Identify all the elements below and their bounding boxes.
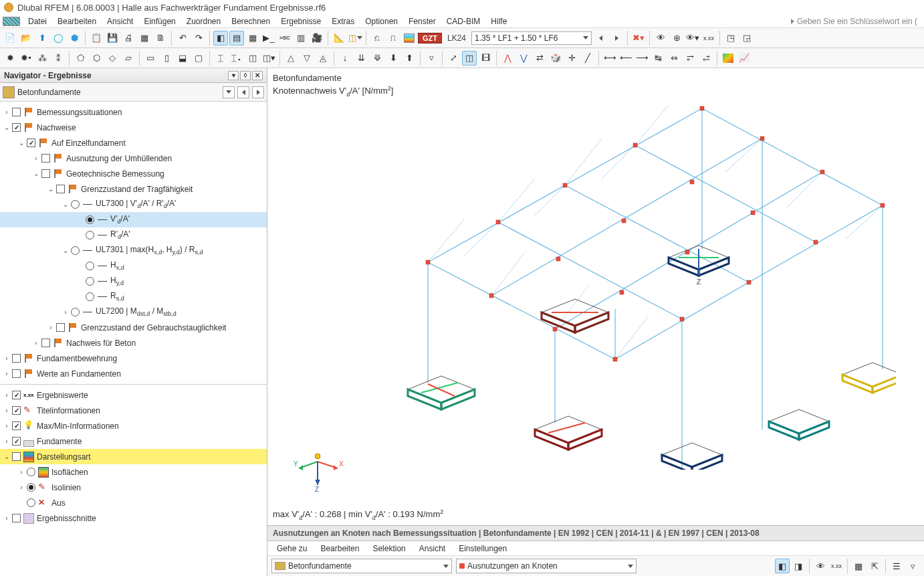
print-icon[interactable]: 🖨 (121, 31, 136, 45)
h5-icon[interactable]: ⇔ (667, 51, 681, 66)
link-split-icon[interactable]: ⎌ (370, 31, 384, 45)
menu-datei[interactable]: Datei (23, 15, 52, 27)
menu-cadbim[interactable]: CAD-BIM (441, 15, 486, 27)
menu-berechnen[interactable]: Berechnen (226, 15, 275, 27)
doc-icon[interactable]: 🗎 (153, 31, 168, 45)
tree-ergebniswerte[interactable]: › Ergebniswerte (0, 387, 267, 403)
panel-table-icon[interactable]: ▤ (229, 31, 244, 45)
res-export-icon[interactable]: ⇱ (867, 559, 882, 573)
undo-icon[interactable]: ↶ (175, 31, 190, 45)
tree-hxd[interactable]: Hx,d (0, 258, 267, 274)
pin-icon[interactable]: ▾ (228, 71, 239, 80)
view-iso-icon[interactable]: ◫ (462, 51, 477, 66)
res-grid-icon[interactable]: ▦ (851, 559, 866, 573)
link-join-icon[interactable]: ⎍ (386, 31, 400, 45)
panel-left-icon[interactable]: ◧ (213, 31, 228, 45)
box2-icon[interactable]: ▯ (159, 51, 174, 66)
res-ansicht[interactable]: Ansicht (413, 543, 452, 555)
poly3-icon[interactable]: ◇ (105, 51, 120, 66)
redo-icon[interactable]: ↷ (191, 31, 206, 45)
h2-icon[interactable]: ⟵ (618, 51, 633, 66)
h3-icon[interactable]: ⟶ (634, 51, 649, 66)
poly1-icon[interactable]: ⬠ (73, 51, 88, 66)
cube2-icon[interactable]: ◲ (739, 31, 754, 45)
close-panel-icon[interactable]: ✕ (252, 71, 263, 80)
menu-extras[interactable]: Extras (326, 15, 360, 27)
tree-einzelfundament[interactable]: ⌄ Auf Einzelfundament (0, 135, 267, 151)
navigator-category[interactable]: Betonfundamente (0, 83, 267, 102)
cube-dice-icon[interactable]: 🎲 (548, 51, 563, 66)
panel-mini-icon[interactable]: ▥ (294, 31, 308, 45)
model-canvas[interactable]: Betonfundamente Knotennachweis V'd/A' [N… (267, 68, 924, 525)
node-sun-icon[interactable]: ✹ (3, 51, 17, 66)
menu-ergebnisse[interactable]: Ergebnisse (275, 15, 326, 27)
cube1-icon[interactable]: ◳ (723, 31, 738, 45)
filter-red-icon[interactable]: ✖▾ (631, 31, 646, 45)
panel-grid-icon[interactable]: ▦ (245, 31, 260, 45)
sup2-icon[interactable]: ▽ (300, 51, 314, 66)
n4-icon[interactable]: ⁑ (51, 51, 66, 66)
tree-hyd[interactable]: Hy,d (0, 274, 267, 289)
cloud-hex-icon[interactable]: ⬢ (67, 31, 82, 45)
tree-vda[interactable]: V'd/A' (0, 212, 267, 227)
menu-hilfe[interactable]: Hilfe (485, 15, 512, 27)
cat-next-icon[interactable] (252, 86, 264, 98)
res-panel-icon[interactable]: ◧ (775, 559, 790, 573)
h4-icon[interactable]: ↹ (651, 51, 665, 66)
tree-fundbewehrung[interactable]: › Fundamentbewehrung (0, 351, 267, 366)
load5-icon[interactable]: ⬆ (402, 51, 417, 66)
open-icon[interactable]: 📂 (19, 31, 33, 45)
tree-aus[interactable]: Aus (0, 495, 267, 510)
menu-bearbeiten[interactable]: Bearbeiten (52, 15, 102, 27)
view-film-icon[interactable]: 🎞 (478, 51, 493, 66)
tree-ergebnisschnitte[interactable]: › Ergebnisschnitte (0, 510, 267, 526)
tree-rda[interactable]: R'd/A' (0, 227, 267, 243)
res-filter-icon[interactable]: ▿ (905, 559, 920, 573)
res-panel2-icon[interactable]: ◨ (791, 559, 806, 573)
sup1-icon[interactable]: △ (283, 51, 298, 66)
sec1-icon[interactable]: ⌶ (213, 51, 228, 66)
res-eye-icon[interactable]: 👁 (813, 559, 828, 573)
new-icon[interactable]: 📄 (3, 31, 17, 45)
edge-icon[interactable]: ╱ (580, 51, 595, 66)
pin2-icon[interactable]: ◊ (240, 71, 251, 80)
tree-darstellungsart[interactable]: ⌄ Darstellungsart (0, 449, 267, 464)
graph-blue-icon[interactable]: ⋁ (516, 51, 531, 66)
tree-ausnutzung-umh[interactable]: › Ausnutzung der Umhüllenden (0, 151, 267, 166)
tree-titelinfo[interactable]: › Titelinformationen (0, 403, 267, 418)
tree-nachweise[interactable]: ⌄ Nachweise (0, 120, 267, 135)
res-xxx-icon[interactable]: x.xx (829, 559, 844, 573)
box3-icon[interactable]: ⬓ (175, 51, 190, 66)
tree-fundamente[interactable]: › Fundamente (0, 434, 267, 449)
h1-icon[interactable]: ⟷ (602, 51, 617, 66)
poly4-icon[interactable]: ▱ (121, 51, 136, 66)
tree-rsd[interactable]: Rs,d (0, 289, 267, 304)
n2-icon[interactable]: ✹• (19, 51, 33, 66)
view-ext-icon[interactable]: ⤢ (446, 51, 461, 66)
colorbar-icon[interactable] (402, 31, 417, 45)
eye-cross-icon[interactable]: ⊕ (669, 31, 684, 45)
cloud-ring-icon[interactable]: ◯ (51, 31, 66, 45)
script-sc-icon[interactable]: >SC (277, 31, 292, 45)
box1-icon[interactable]: ▭ (143, 51, 158, 66)
graph-flip-icon[interactable]: ⇄ (532, 51, 547, 66)
results-combo2[interactable]: Ausnutzungen an Knoten (456, 559, 637, 573)
next-icon[interactable] (609, 31, 624, 45)
grad-icon[interactable] (721, 51, 735, 66)
results-combo1[interactable]: Betonfundamente (271, 559, 452, 573)
h6-icon[interactable]: ⥂ (683, 51, 697, 66)
tree-gzg[interactable]: › Grenzzustand der Gebrauchstauglichkeit (0, 320, 267, 335)
n3-icon[interactable]: ⁂ (35, 51, 49, 66)
res-bearbeiten[interactable]: Bearbeiten (314, 543, 366, 555)
sec2-icon[interactable]: ⌶▾ (229, 51, 244, 66)
menu-zuordnen[interactable]: Zuordnen (181, 15, 226, 27)
tree-ul7300[interactable]: ⌄ UL7300 | V'd/A' / R'd/A' (0, 197, 267, 212)
graph-red-icon[interactable]: ⋀ (500, 51, 515, 66)
res-selektion[interactable]: Selektion (366, 543, 412, 555)
sup3-icon[interactable]: ◬ (316, 51, 330, 66)
res-more-icon[interactable]: ☰ (889, 559, 904, 573)
tree-ul7200[interactable]: › UL7200 | Mdst,d / Mstb,d (0, 304, 267, 320)
table-icon[interactable]: ▦ (137, 31, 152, 45)
save-icon[interactable]: 📋 (89, 31, 104, 45)
keyword-hint[interactable]: Geben Sie ein Schlüsselwort ein ( (791, 17, 921, 26)
